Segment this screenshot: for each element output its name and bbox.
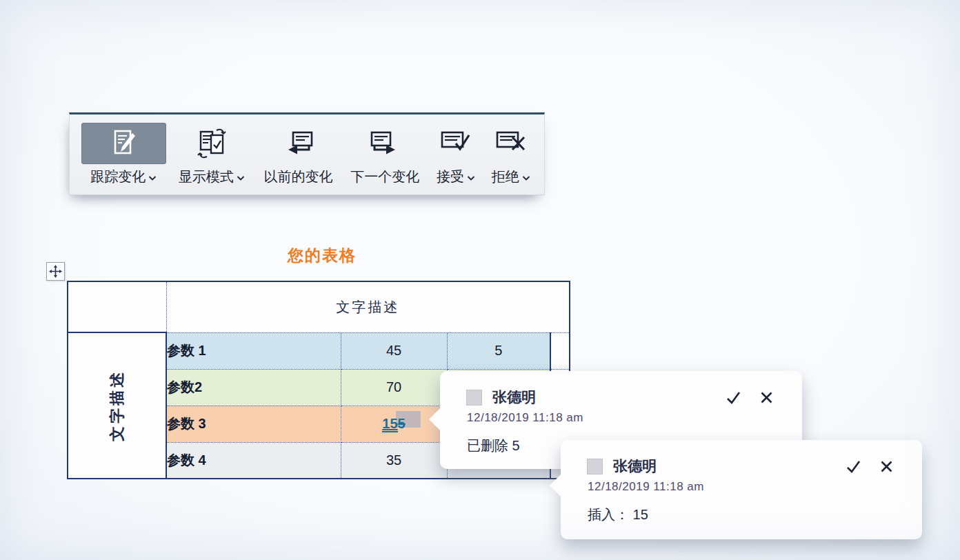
display-mode-icon [170, 123, 254, 164]
column-header-cell[interactable]: 文字描述 [166, 281, 570, 332]
close-icon [759, 390, 774, 405]
accept-label: 接受 [437, 168, 464, 186]
accept-change-button[interactable] [845, 458, 861, 474]
value-cell[interactable]: 45 [341, 332, 447, 369]
comment-author: 张德明 [613, 457, 657, 476]
value-cell[interactable]: 5 [447, 332, 550, 369]
table-move-handle[interactable] [46, 262, 65, 281]
value-cell[interactable]: 35 [341, 442, 447, 479]
display-mode-label: 显示模式 [179, 168, 234, 186]
deleted-text[interactable]: 5 [398, 416, 406, 431]
reject-icon [485, 123, 537, 164]
chevron-down-icon [148, 175, 157, 181]
chevron-down-icon [522, 175, 530, 181]
avatar [587, 459, 603, 474]
comment-timestamp: 12/18/2019 11:18 am [440, 407, 802, 425]
next-change-button[interactable]: 下一个变化 [343, 123, 427, 186]
previous-change-button[interactable]: 以前的变化 [257, 123, 339, 186]
table-row: 文字描述 参数 1 45 5 [68, 332, 570, 369]
chevron-down-icon [467, 175, 475, 181]
track-changes-icon [81, 123, 166, 164]
reject-button[interactable]: 拒绝 [485, 123, 537, 186]
track-changes-button[interactable]: 跟踪变化 [81, 123, 166, 186]
header-empty-cell[interactable] [68, 281, 166, 332]
row-label-cell[interactable]: 参数 3 [166, 406, 341, 442]
reject-label: 拒绝 [492, 168, 519, 186]
reject-change-button[interactable] [758, 389, 774, 406]
previous-change-label: 以前的变化 [264, 168, 333, 186]
comment-body: 插入： 15 [561, 494, 922, 524]
next-change-icon [343, 123, 427, 164]
row-label-cell[interactable]: 参数 4 [166, 442, 341, 479]
accept-change-button[interactable] [725, 389, 741, 406]
review-toolbar: 跟踪变化 显示模式 [69, 112, 545, 195]
chevron-down-icon [237, 175, 245, 181]
value-cell[interactable]: 70 [341, 369, 447, 406]
side-header-label: 文字描述 [107, 370, 128, 441]
check-icon [726, 390, 741, 406]
accept-icon [431, 123, 481, 164]
close-icon [879, 459, 894, 474]
next-change-label: 下一个变化 [350, 168, 419, 186]
row-label-cell[interactable]: 参数2 [166, 369, 341, 406]
move-icon [49, 265, 62, 278]
avatar [466, 390, 482, 406]
table-title[interactable]: 您的表格 [288, 245, 357, 266]
display-mode-button[interactable]: 显示模式 [170, 123, 254, 186]
comment-timestamp: 12/18/2019 11:18 am [561, 476, 922, 494]
comment-card-inserted: 张德明 12/18/2019 11:18 am 插入： 15 [561, 440, 922, 539]
row-label-cell[interactable]: 参数 1 [166, 332, 341, 369]
side-header-cell[interactable]: 文字描述 [68, 332, 166, 479]
check-icon [846, 459, 861, 474]
accept-button[interactable]: 接受 [431, 123, 481, 186]
inserted-text[interactable]: 15 [382, 416, 397, 432]
edge-cell[interactable] [550, 332, 570, 369]
comment-author: 张德明 [492, 388, 536, 407]
reject-change-button[interactable] [878, 458, 894, 474]
tracked-change-cell[interactable]: 155 [341, 406, 447, 442]
previous-change-icon [257, 123, 339, 164]
track-changes-label: 跟踪变化 [90, 168, 146, 186]
table-header-row: 文字描述 [68, 281, 570, 332]
